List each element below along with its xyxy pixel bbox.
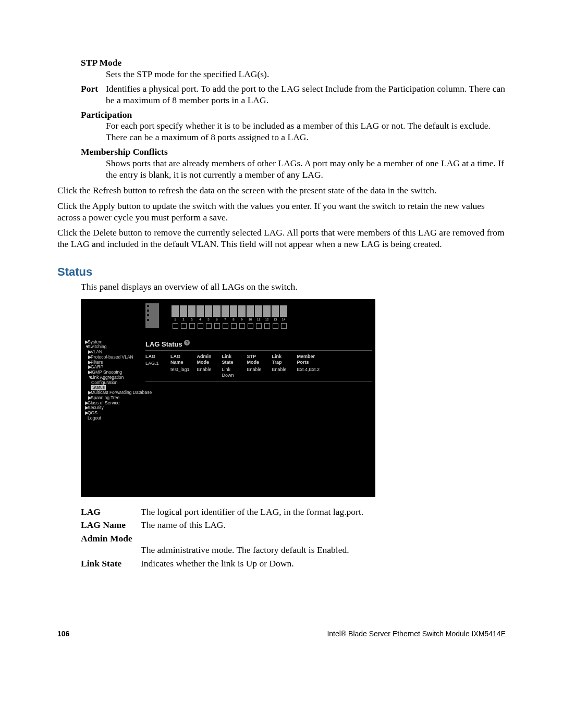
def-desc: The administrative mode. The factory def… bbox=[141, 545, 506, 556]
def-label: Admin Mode bbox=[81, 533, 506, 545]
ss-port[interactable]: 7 bbox=[222, 305, 229, 317]
ss-port-checkbox[interactable] bbox=[273, 323, 278, 329]
col-stp-mode: STPMode Enable bbox=[247, 354, 265, 378]
ss-port[interactable]: 9 bbox=[238, 305, 246, 317]
term-membership: Membership Conflicts bbox=[81, 146, 168, 157]
term-stp-mode: STP Mode bbox=[81, 57, 121, 68]
nav-item-logout[interactable]: Logout bbox=[83, 416, 143, 421]
divider bbox=[145, 350, 372, 351]
col-lag-name: LAGName test_lag1 bbox=[170, 354, 190, 378]
col-link-trap: LinkTrap Enable bbox=[272, 354, 290, 378]
para-delete: Click the Delete button to remove the cu… bbox=[57, 227, 506, 250]
col-header: AdminMode bbox=[197, 354, 215, 366]
ss-port-checkbox[interactable] bbox=[231, 323, 237, 329]
ss-chip-icon bbox=[145, 303, 159, 328]
cell-value: test_lag1 bbox=[170, 367, 190, 373]
footer-title: Intel® Blade Server Ethernet Switch Modu… bbox=[327, 630, 506, 639]
col-link-state: LinkState LinkDown bbox=[222, 354, 240, 378]
cell-value: Ext.4,Ext.2 bbox=[297, 367, 320, 373]
term-participation: Participation bbox=[81, 109, 132, 120]
def-participation: Participation For each port specify whet… bbox=[81, 109, 506, 144]
def-stp-mode: STP Mode Sets the STP mode for the speci… bbox=[81, 57, 506, 80]
def-row-admin-mode: Admin Mode The administrative mode. The … bbox=[81, 533, 506, 556]
divider bbox=[145, 381, 372, 382]
def-row-lag-name: LAG Name The name of this LAG. bbox=[81, 520, 506, 531]
col-admin-mode: AdminMode Enable bbox=[197, 354, 215, 378]
ss-port[interactable]: 5 bbox=[205, 305, 212, 317]
lag-status-table: LAG LAG.1 LAGName test_lag1 AdminMode En… bbox=[145, 354, 372, 378]
col-header: STPMode bbox=[247, 354, 265, 366]
heading-status: Status bbox=[57, 265, 506, 279]
def-desc: The logical port identifier of the LAG, … bbox=[141, 507, 506, 518]
col-header: MemberPorts bbox=[297, 354, 320, 366]
ss-port[interactable]: 3 bbox=[188, 305, 195, 317]
ss-portbar: 1 2 3 4 5 6 7 8 9 10 11 12 13 14 bbox=[145, 303, 300, 332]
ss-port-checkbox[interactable] bbox=[223, 323, 228, 329]
status-definitions: LAG The logical port identifier of the L… bbox=[81, 507, 506, 570]
cell-value: LAG.1 bbox=[145, 361, 163, 366]
ss-port-checks bbox=[172, 323, 287, 329]
cell-value: LinkDown bbox=[222, 367, 240, 379]
def-row-link-state: Link State Indicates whether the link is… bbox=[81, 558, 506, 570]
ss-main-panel: LAG Status ? LAG LAG.1 LAGName test_lag1… bbox=[145, 340, 372, 387]
def-desc: The name of this LAG. bbox=[141, 520, 506, 531]
desc-membership: Shows ports that are already members of … bbox=[106, 158, 506, 181]
col-header: LinkTrap bbox=[272, 354, 290, 366]
cell-value: Enable bbox=[197, 367, 215, 373]
ss-port-checkbox[interactable] bbox=[256, 323, 262, 329]
ss-port[interactable]: 12 bbox=[263, 305, 271, 317]
ss-port[interactable]: 10 bbox=[247, 305, 254, 317]
def-label: LAG Name bbox=[81, 520, 141, 531]
page-number: 106 bbox=[57, 630, 69, 639]
ss-port[interactable]: 2 bbox=[180, 305, 187, 317]
def-label: Link State bbox=[81, 558, 141, 570]
desc-participation: For each port specify whether it is to b… bbox=[106, 120, 506, 143]
help-icon[interactable]: ? bbox=[184, 340, 190, 346]
ss-port-checkbox[interactable] bbox=[281, 323, 287, 329]
ss-port[interactable]: 14 bbox=[280, 305, 287, 317]
col-lag: LAG LAG.1 bbox=[145, 354, 163, 378]
ss-port[interactable]: 4 bbox=[197, 305, 204, 317]
ss-port-checkbox[interactable] bbox=[181, 323, 187, 329]
def-row-lag: LAG The logical port identifier of the L… bbox=[81, 507, 506, 518]
def-membership: Membership Conflicts Shows ports that ar… bbox=[81, 146, 506, 181]
ss-port[interactable]: 11 bbox=[255, 305, 262, 317]
desc-stp-mode: Sets the STP mode for the specified LAG(… bbox=[106, 69, 506, 80]
ss-port-checkbox[interactable] bbox=[189, 323, 195, 329]
ss-port-checkbox[interactable] bbox=[206, 323, 212, 329]
ss-port-checkbox[interactable] bbox=[248, 323, 253, 329]
col-member-ports: MemberPorts Ext.4,Ext.2 bbox=[297, 354, 320, 378]
para-apply: Click the Apply button to update the swi… bbox=[57, 201, 506, 224]
ss-ports: 1 2 3 4 5 6 7 8 9 10 11 12 13 14 bbox=[172, 305, 287, 317]
ss-port-checkbox[interactable] bbox=[264, 323, 270, 329]
def-label: LAG bbox=[81, 507, 141, 518]
ss-port-checkbox[interactable] bbox=[173, 323, 178, 329]
ss-port-checkbox[interactable] bbox=[214, 323, 220, 329]
ss-nav-tree: ▶System ▼Switching ▶VLAN ▶Protocol-based… bbox=[83, 340, 143, 421]
ss-port[interactable]: 13 bbox=[272, 305, 279, 317]
ss-port-checkbox[interactable] bbox=[198, 323, 203, 329]
cell-value: Enable bbox=[247, 367, 265, 373]
ss-port-checkbox[interactable] bbox=[239, 323, 245, 329]
col-header: LAGName bbox=[170, 354, 190, 366]
cell-value: Enable bbox=[272, 367, 290, 373]
ss-panel-title: LAG Status ? bbox=[145, 340, 372, 349]
para-refresh: Click the Refresh button to refresh the … bbox=[57, 185, 506, 196]
status-intro: This panel displays an overview of all L… bbox=[81, 281, 506, 293]
content: STP Mode Sets the STP mode for the speci… bbox=[81, 57, 506, 250]
ss-port[interactable]: 8 bbox=[230, 305, 237, 317]
ss-port[interactable]: 1 bbox=[172, 305, 179, 317]
ss-port[interactable]: 6 bbox=[213, 305, 221, 317]
def-desc: Indicates whether the link is Up or Down… bbox=[141, 558, 506, 570]
def-port: PortIdentifies a physical port. To add t… bbox=[81, 83, 506, 106]
page-footer: 106 Intel® Blade Server Ethernet Switch … bbox=[57, 630, 506, 639]
col-header: LAG bbox=[145, 354, 163, 360]
lag-status-screenshot: 1 2 3 4 5 6 7 8 9 10 11 12 13 14 bbox=[81, 299, 375, 497]
col-header: LinkState bbox=[222, 354, 240, 366]
